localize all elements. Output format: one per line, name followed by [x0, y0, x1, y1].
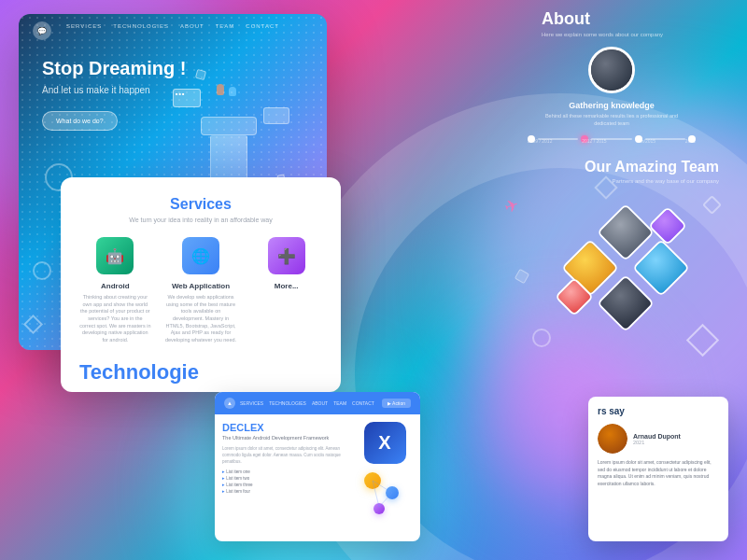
declex-logo-symbol: ▲: [227, 400, 233, 406]
declex-nav-link-1[interactable]: SERVICES: [240, 400, 263, 406]
service-web-desc: We develop web applications using some o…: [165, 294, 237, 344]
more-emoji: ➕: [277, 247, 296, 265]
service-android: 🤖 Android Thinking about creating your o…: [79, 237, 151, 344]
team-photo-3: [635, 242, 687, 294]
service-more-icon: ➕: [268, 237, 305, 274]
timeline-label-2: 2012 / 2015: [582, 138, 606, 144]
declex-body: DECLEX The Ultimate Android Development …: [215, 414, 420, 522]
declex-list-item-3: List item three: [222, 482, 349, 488]
testimonial-person-info: Arnaud Dupont 2021: [633, 433, 681, 445]
testimonial-header: rs say: [598, 406, 719, 416]
nav-team[interactable]: TEAM: [216, 23, 235, 29]
team-photo-1: [599, 206, 652, 259]
service-web: 🌐 Web Application We develop web applica…: [165, 237, 237, 344]
technologies-label: Technologie: [79, 360, 199, 385]
orbit-container: [359, 468, 411, 514]
service-more: ➕ More...: [250, 237, 322, 344]
about-subtitle: Here we explain some words about our com…: [542, 32, 682, 37]
services-subtitle: We turn your idea into reality in an aff…: [79, 217, 322, 223]
team-subtitle: Partners and the way base of our company: [532, 178, 719, 184]
testimonial-year: 2021: [633, 440, 681, 445]
declex-brand: DECLEX: [222, 422, 349, 433]
declex-nav-link-5[interactable]: CONTACT: [352, 400, 374, 406]
service-more-name: More...: [250, 282, 322, 290]
circle-deco-hero-1: [45, 163, 73, 191]
iso-figure-1: [217, 84, 224, 95]
declex-nav-links: SERVICES TECHNOLOGIES ABOUT TEAM CONTACT: [240, 400, 374, 406]
team-photo-4: [599, 277, 652, 329]
about-avatar: [588, 47, 635, 93]
declex-logo-box: X: [364, 422, 406, 464]
declex-list-item-4: List item four: [222, 488, 349, 495]
gathering-desc: Behind all these remarkable results lies…: [542, 113, 682, 127]
team-photo-5: [651, 209, 684, 243]
declex-nav-link-4[interactable]: TEAM: [333, 400, 346, 406]
declex-left: DECLEX The Ultimate Android Development …: [222, 422, 349, 514]
declex-card: ▲ SERVICES TECHNOLOGIES ABOUT TEAM CONTA…: [215, 392, 420, 541]
testimonial-card: rs say Arnaud Dupont 2021 Lorem ipsum do…: [588, 397, 728, 541]
team-member-5: [648, 206, 687, 245]
timeline-label-1: 2009 / 2012: [528, 138, 552, 144]
timeline-label-4: 2021: [685, 138, 696, 144]
declex-list: List item one List item two List item th…: [222, 469, 349, 495]
hero-nav: SERVICES TECHNOLOGIES ABOUT TEAM CONTACT: [19, 14, 327, 38]
declex-tagline: The Ultimate Android Development Framewo…: [222, 435, 349, 441]
declex-right: X: [357, 422, 413, 514]
declex-nav-action[interactable]: ▶ Action: [382, 399, 411, 408]
iso-ui-card-2: [263, 107, 289, 124]
iso-figure-2: [229, 87, 236, 96]
declex-logo-letter: X: [378, 432, 390, 454]
team-member-4: [597, 274, 655, 332]
team-section: Our Amazing Team Partners and the way ba…: [532, 159, 719, 343]
services-section: Services We turn your idea into reality …: [61, 177, 341, 392]
logo-symbol: 💬: [37, 27, 47, 35]
svg-line-1: [379, 493, 392, 507]
gathering-title: Gathering knowledge: [542, 101, 682, 110]
iso-float-1: [195, 69, 206, 80]
nav-technologies[interactable]: TECHNOLOGIES: [113, 23, 169, 29]
nav-services[interactable]: SERVICES: [66, 23, 102, 29]
about-section: About Here we explain some words about o…: [528, 0, 696, 136]
about-avatar-image: [591, 49, 632, 91]
declex-nav-link-2[interactable]: TECHNOLOGIES: [269, 400, 306, 406]
declex-description: Lorem ipsum dolor sit amet, consectetur …: [222, 446, 349, 465]
web-emoji: 🌐: [191, 247, 210, 265]
android-emoji: 🤖: [106, 247, 124, 265]
service-android-name: Android: [79, 282, 151, 290]
service-web-icon: 🌐: [182, 237, 219, 274]
declex-list-item-2: List item two: [222, 475, 349, 482]
about-title: About: [542, 9, 682, 29]
services-title: Services: [79, 196, 322, 213]
nav-contact[interactable]: CONTACT: [246, 23, 279, 29]
circle-deco-hero-2: [33, 261, 51, 280]
nav-about[interactable]: ABOUT: [180, 23, 204, 29]
hero-cta-button[interactable]: What do we do?: [42, 111, 118, 131]
iso-ui-card-1: ■ ■ ■: [173, 89, 201, 107]
testimonial-text: Lorem ipsum dolor sit amet, consectetur …: [598, 459, 719, 487]
declex-nav-logo: ▲: [224, 398, 235, 409]
declex-nav-link-3[interactable]: ABOUT: [312, 400, 328, 406]
testimonial-avatar-area: Arnaud Dupont 2021: [598, 424, 719, 454]
timeline-labels: 2009 / 2012 2012 / 2015 Jun/2015 2021: [528, 138, 696, 144]
timeline-label-3: Jun/2015: [636, 138, 655, 144]
testimonial-name: Arnaud Dupont: [633, 433, 681, 440]
orbit-lines: [359, 468, 411, 514]
declex-nav: ▲ SERVICES TECHNOLOGIES ABOUT TEAM CONTA…: [215, 392, 420, 414]
team-title: Our Amazing Team: [532, 159, 719, 175]
team-member-3: [632, 239, 690, 297]
service-android-desc: Thinking about creating your own app and…: [79, 294, 151, 344]
iso-top-platform: [201, 117, 257, 135]
services-grid: 🤖 Android Thinking about creating your o…: [79, 237, 322, 344]
hero-logo: 💬: [33, 21, 51, 40]
declex-list-item-1: List item one: [222, 469, 349, 475]
service-web-name: Web Application: [165, 282, 237, 290]
team-diamond-grid: [551, 193, 700, 343]
testimonial-avatar-img: [598, 424, 627, 454]
testimonial-avatar: [598, 424, 627, 454]
diamond-deco-2: [702, 195, 722, 215]
service-android-icon: 🤖: [96, 237, 134, 274]
circle-deco-1: [532, 329, 551, 347]
